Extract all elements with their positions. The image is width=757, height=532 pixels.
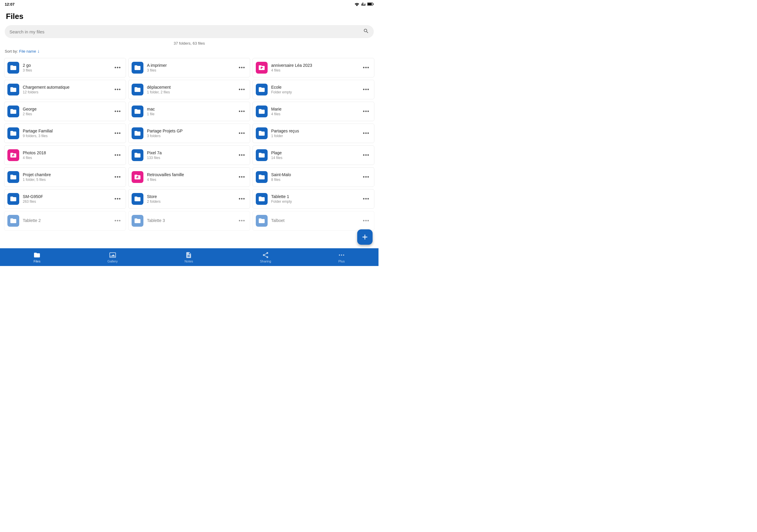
more-button[interactable]: ••• [237,64,247,72]
file-card[interactable]: Retrouvailles famille4 files••• [128,167,250,187]
file-meta: Folder empty [271,199,360,204]
folder-icon [7,127,19,139]
file-card[interactable]: Photos 20184 files••• [4,145,126,165]
file-card[interactable]: mac1 file••• [128,102,250,121]
more-button[interactable]: ••• [113,64,123,72]
nav-item-sharing[interactable]: Sharing [254,250,277,265]
file-info: Tablette 1Folder empty [271,194,360,204]
more-button[interactable]: ••• [237,151,247,160]
file-name: Marie [271,107,360,111]
file-name: Ecole [271,85,360,90]
more-button[interactable]: ••• [361,107,371,116]
more-button[interactable]: ••• [237,173,247,182]
file-name: Plage [271,150,360,155]
file-info: Marie4 files [271,107,360,116]
file-meta: 2 files [23,112,111,116]
more-button[interactable]: ••• [113,85,123,94]
file-card[interactable]: Projet chambre1 folder, 5 files••• [4,167,126,187]
nav-item-gallery[interactable]: Gallery [102,250,124,265]
nav-item-files[interactable]: Files [27,250,46,265]
file-name: Projet chambre [23,172,111,177]
fab-add-button[interactable] [357,229,373,245]
file-name: déplacement [147,85,236,90]
file-name: Partage Familial [23,129,111,133]
more-button[interactable]: ••• [113,173,123,182]
more-button[interactable]: ••• [237,129,247,138]
file-name: Saint-Malo [271,172,360,177]
file-meta: 3 folders [147,134,236,138]
folder-icon [132,84,143,96]
nav-item-notes[interactable]: Notes [179,250,199,265]
sort-bar[interactable]: Sort by: File name ↓ [0,47,378,57]
more-button[interactable]: ••• [361,151,371,160]
file-card[interactable]: Tablette 1Folder empty••• [253,189,374,209]
file-card[interactable]: 2 go3 files••• [4,58,126,77]
more-button[interactable]: ••• [237,217,247,225]
file-meta: Folder empty [271,90,360,94]
file-card[interactable]: Store2 folders••• [128,189,250,209]
file-card[interactable]: SM-G950F263 files••• [4,189,126,209]
file-card[interactable]: Plage14 files••• [253,145,374,165]
file-card[interactable]: George2 files••• [4,102,126,121]
more-button[interactable]: ••• [361,64,371,72]
signal-icon [361,2,366,6]
folder-icon [7,62,19,74]
more-button[interactable]: ••• [361,195,371,203]
folder-icon [256,171,268,183]
more-button[interactable]: ••• [113,129,123,138]
more-button[interactable]: ••• [361,217,371,225]
file-info: Pixel 7a133 files [147,150,236,160]
file-card[interactable]: EcoleFolder empty••• [253,80,374,99]
file-card[interactable]: Marie4 files••• [253,102,374,121]
search-bar[interactable] [5,25,374,38]
file-info: 2 go3 files [23,63,111,73]
file-info: EcoleFolder empty [271,85,360,94]
sort-value[interactable]: File name [19,49,36,53]
file-card[interactable]: Partage Familial9 folders, 3 files••• [4,124,126,143]
more-button[interactable]: ••• [237,107,247,116]
file-name: George [23,107,111,111]
file-card[interactable]: Partages reçus1 folder••• [253,124,374,143]
file-info: déplacement1 folder, 2 files [147,85,236,94]
sharing-nav-icon [262,251,269,259]
nav-label-plus: Plus [338,259,345,263]
file-card[interactable]: Partage Projets GP3 folders••• [128,124,250,143]
file-card[interactable]: Pixel 7a133 files••• [128,145,250,165]
file-info: Tablette 3 [147,218,236,223]
file-info: Saint-Malo8 files [271,172,360,182]
file-card[interactable]: Chargement automatique12 folders••• [4,80,126,99]
nav-label-gallery: Gallery [107,259,118,263]
file-card[interactable]: Tablette 3••• [128,211,250,230]
file-card[interactable]: Tablette 2••• [4,211,126,230]
file-info: Tablette 2 [23,218,111,223]
sort-arrow-icon: ↓ [37,48,40,54]
more-button[interactable]: ••• [361,129,371,138]
more-button[interactable]: ••• [113,151,123,160]
file-info: Projet chambre1 folder, 5 files [23,172,111,182]
file-card[interactable]: anniversaire Léa 20234 files••• [253,58,374,77]
folder-icon [132,149,143,161]
more-button[interactable]: ••• [361,173,371,182]
file-name: A imprimer [147,63,236,68]
nav-item-plus[interactable]: Plus [332,250,351,265]
plus-nav-icon [338,251,345,259]
file-info: A imprimer3 files [147,63,236,73]
more-button[interactable]: ••• [113,107,123,116]
file-card[interactable]: Saint-Malo8 files••• [253,167,374,187]
folder-icon [256,215,268,227]
file-info: Retrouvailles famille4 files [147,172,236,182]
search-input[interactable] [10,29,360,34]
file-card[interactable]: déplacement1 folder, 2 files••• [128,80,250,99]
more-button[interactable]: ••• [113,195,123,203]
file-meta: 4 files [271,68,360,73]
more-button[interactable]: ••• [113,217,123,225]
notes-nav-icon [185,251,192,259]
file-name: mac [147,107,236,111]
file-meta: 3 files [23,68,111,73]
more-button[interactable]: ••• [237,85,247,94]
file-card[interactable]: Talboet••• [253,211,374,230]
folder-icon [7,215,19,227]
file-card[interactable]: A imprimer3 files••• [128,58,250,77]
more-button[interactable]: ••• [361,85,371,94]
more-button[interactable]: ••• [237,195,247,203]
